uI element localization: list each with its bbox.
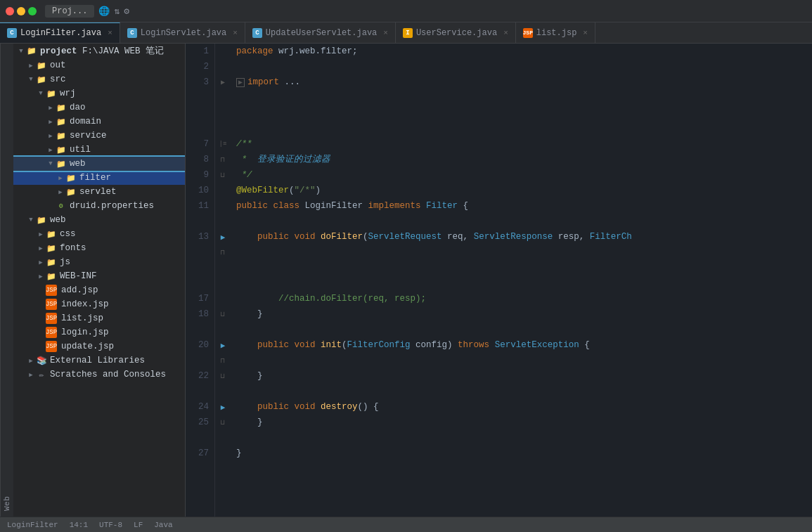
tree-item-wrj[interactable]: ▼ 📁 wrj (13, 86, 185, 100)
main-layout: Web ▼ 📁 project F:\JAVA WEB 笔记 ▶ 📁 out ▼… (0, 44, 812, 517)
code-line-2 (236, 59, 812, 74)
tab-close-list-jsp[interactable]: × (583, 29, 588, 37)
tree-item-src[interactable]: ▼ 📁 src (13, 72, 185, 86)
folder-icon-dao: 📁 (56, 102, 67, 113)
code-line-19 (236, 322, 812, 337)
code-line-10: @WebFilter("/*") (236, 183, 812, 198)
tree-arrow-filter: ▶ (56, 173, 65, 183)
window-maximize[interactable] (28, 7, 37, 15)
tree-item-index-jsp[interactable]: ▶ JSP index.jsp (13, 297, 185, 311)
tree-arrow-out: ▶ (26, 60, 36, 70)
code-line-16 (236, 275, 812, 291)
web-side-tab[interactable]: Web (0, 44, 13, 517)
folder-icon-web2: 📁 (36, 214, 47, 226)
folder-icon-servlet: 📁 (65, 186, 77, 197)
file-icon-index-jsp: JSP (46, 299, 57, 310)
tab-list-jsp[interactable]: JSP list.jsp × (516, 22, 595, 43)
tree-arrow-util: ▶ (46, 145, 56, 155)
tree-item-filter[interactable]: ▶ 📁 filter (13, 171, 185, 185)
tree-item-out[interactable]: ▶ 📁 out (13, 58, 185, 72)
folder-icon-project: 📁 (26, 46, 37, 57)
tree-label-scratches: Scratches and Consoles (50, 370, 166, 379)
tab-label-login-servlet: LoginServlet.java (141, 28, 226, 38)
folder-icon-wrj: 📁 (46, 88, 57, 99)
tree-item-webinf[interactable]: ▶ 📁 WEB-INF (13, 269, 185, 283)
tree-item-web2[interactable]: ▼ 📁 web (13, 213, 185, 227)
bottom-filetype[interactable]: Java (154, 521, 172, 529)
tree-label-dao: dao (70, 103, 86, 112)
tree-label-out: out (50, 60, 66, 70)
tree-arrow-servlet: ▶ (56, 187, 65, 197)
tree-arrow-js: ▶ (36, 257, 46, 267)
tree-item-domain[interactable]: ▶ 📁 domain (13, 115, 185, 129)
tree-item-update-jsp[interactable]: ▶ JSP update.jsp (13, 339, 185, 353)
tab-user-service[interactable]: I UserService.java × (396, 22, 516, 43)
tab-icon-list-jsp: JSP (523, 28, 533, 38)
tree-label-src: src (50, 74, 66, 84)
title-bar: Proj... 🌐 ⇅ ⚙ (0, 0, 812, 22)
file-icon-login-jsp: JSP (46, 327, 57, 338)
tree-item-scratches[interactable]: ▶ ✏ Scratches and Consoles (13, 368, 185, 382)
folder-icon-filter: 📁 (65, 172, 77, 183)
tab-login-servlet[interactable]: C LoginServlet.java × (120, 22, 245, 43)
tree-item-js[interactable]: ▶ 📁 js (13, 255, 185, 269)
tree-item-fonts[interactable]: ▶ 📁 fonts (13, 241, 185, 255)
code-line-23 (236, 384, 812, 399)
code-line-27: } (236, 446, 812, 461)
tree-item-add-jsp[interactable]: ▶ JSP add.jsp (13, 283, 185, 297)
tab-icon-user-service: I (403, 28, 413, 38)
window-minimize[interactable] (17, 7, 25, 15)
tab-label-user-service: UserService.java (416, 28, 497, 38)
tree-item-service[interactable]: ▶ 📁 service (13, 129, 185, 143)
tab-close-login-servlet[interactable]: × (233, 29, 238, 37)
tree-item-dao[interactable]: ▶ 📁 dao (13, 100, 185, 115)
toolbar-icon-split[interactable]: ⇅ (114, 6, 120, 17)
tree-item-web-src[interactable]: ▼ 📁 web (13, 157, 185, 171)
tree-item-css[interactable]: ▶ 📁 css (13, 227, 185, 241)
tree-label-js: js (60, 257, 70, 267)
toolbar-icon-globe[interactable]: 🌐 (98, 6, 110, 17)
code-area: 1 2 3 4 5 6 7 8 9 10 11 12 13 14 15 16 1… (186, 44, 812, 517)
tab-close-user-service[interactable]: × (503, 29, 508, 37)
code-content[interactable]: package wrj.web.filter; ▶import ... /** … (231, 44, 812, 517)
tree-arrow-css: ▶ (36, 229, 46, 239)
tree-item-util[interactable]: ▶ 📁 util (13, 143, 185, 157)
tree-item-login-jsp[interactable]: ▶ JSP login.jsp (13, 325, 185, 339)
tab-login-filter[interactable]: C LoginFilter.java × (0, 22, 120, 43)
file-icon-list-jsp: JSP (46, 313, 57, 324)
tree-arrow-wrj: ▼ (36, 89, 46, 98)
bottom-class-name[interactable]: LoginFilter (7, 521, 58, 529)
bottom-encoding[interactable]: UTF-8 (99, 521, 122, 529)
tree-item-druid[interactable]: ▶ ⚙ druid.properties (13, 199, 185, 213)
tree-label-web-src: web (70, 159, 86, 169)
file-icon-add-jsp: JSP (46, 285, 57, 296)
tree-label-servlet: servlet (79, 187, 117, 197)
code-line-11: public class LoginFilter implements Filt… (236, 198, 812, 214)
tab-label-update-user: UpdateUserServlet.java (266, 28, 377, 38)
folder-icon-util: 📁 (56, 144, 67, 155)
toolbar-icon-gear[interactable]: ⚙ (124, 6, 129, 17)
tab-icon-update-user: C (252, 28, 262, 38)
tree-arrow-web-src: ▼ (46, 159, 56, 169)
tree-arrow-ext-libs: ▶ (26, 356, 36, 365)
window-close[interactable] (6, 7, 14, 15)
code-line-18: } (236, 306, 812, 322)
tab-update-user[interactable]: C UpdateUserServlet.java × (245, 22, 396, 43)
code-line-26 (236, 430, 812, 446)
tree-label-filter: filter (79, 173, 111, 183)
tree-item-list-jsp[interactable]: ▶ JSP list.jsp (13, 311, 185, 325)
tree-arrow-web2: ▼ (26, 215, 36, 225)
tab-label-login-filter: LoginFilter.java (20, 28, 101, 38)
folder-icon-fonts: 📁 (46, 242, 57, 254)
tab-close-login-filter[interactable]: × (108, 29, 112, 37)
tree-root-project[interactable]: ▼ 📁 project F:\JAVA WEB 笔记 (13, 44, 185, 58)
tree-item-ext-libs[interactable]: ▶ 📚 External Libraries (13, 353, 185, 368)
tab-icon-login-filter: C (7, 28, 17, 38)
tree-item-servlet[interactable]: ▶ 📁 servlet (13, 185, 185, 199)
bottom-line-endings[interactable]: LF (134, 521, 143, 529)
code-line-22: } (236, 368, 812, 384)
tree-label-add-jsp: add.jsp (61, 285, 98, 295)
code-editor[interactable]: 1 2 3 4 5 6 7 8 9 10 11 12 13 14 15 16 1… (186, 44, 812, 517)
project-label[interactable]: Proj... (45, 5, 94, 18)
tab-close-update-user[interactable]: × (383, 29, 388, 37)
